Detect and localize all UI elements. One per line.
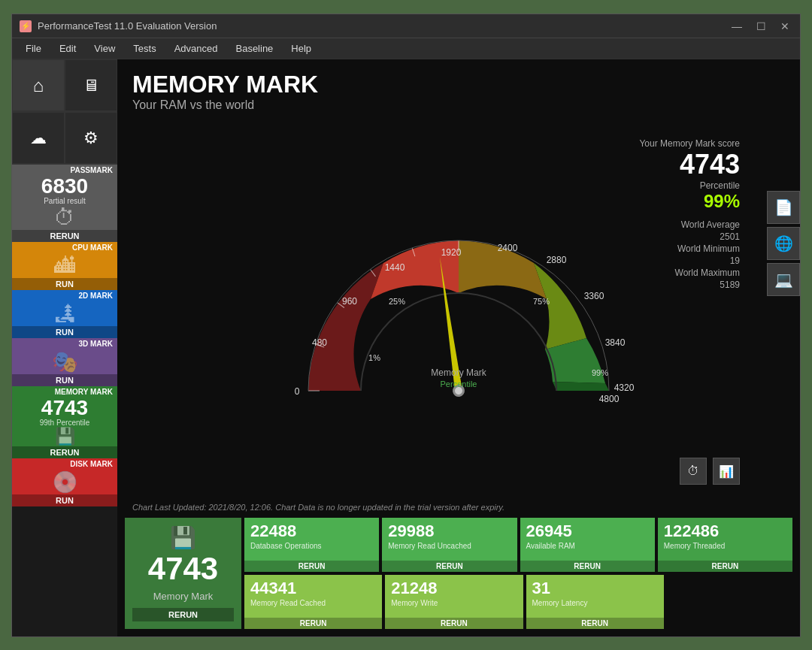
sidebar-card-memory[interactable]: MEMORY MARK 4743 99th Percentile 💾 RERUN bbox=[12, 386, 117, 458]
world-average-label: World Average bbox=[639, 219, 740, 230]
svg-text:1%: 1% bbox=[368, 353, 380, 362]
mem-threaded-label: Memory Threaded bbox=[664, 542, 786, 561]
window-title: PerformanceTest 11.0 Evaluation Version bbox=[38, 20, 729, 32]
result-main-rerun[interactable]: RERUN bbox=[132, 608, 234, 621]
mem-write-rerun[interactable]: RERUN bbox=[385, 618, 523, 629]
main-content: ⌂ 🖥 ☁ ⚙ PASSMARK 6830 Partial result bbox=[12, 59, 800, 636]
mem-latency-score: 31 bbox=[532, 579, 658, 597]
chart-notice: Chart Last Updated: 2021/8/20, 12:06. Ch… bbox=[117, 500, 800, 515]
memory-score: 4743 bbox=[12, 398, 117, 419]
result-tile-available-ram: 26945 Available RAM RERUN bbox=[520, 518, 655, 572]
menu-file[interactable]: File bbox=[18, 40, 49, 57]
db-ops-rerun[interactable]: RERUN bbox=[244, 561, 379, 572]
page-subtitle: Your RAM vs the world bbox=[132, 98, 785, 112]
passmark-subtitle: Partial result bbox=[12, 197, 117, 205]
mem-read-cached-rerun[interactable]: RERUN bbox=[244, 618, 382, 629]
cloud-button[interactable]: ☁ bbox=[12, 112, 65, 164]
result-tile-mem-latency: 31 Memory Latency RERUN bbox=[526, 575, 664, 629]
monitor-button[interactable]: 🖥 bbox=[65, 59, 117, 111]
memory-subtitle: 99th Percentile bbox=[12, 419, 117, 427]
menu-help[interactable]: Help bbox=[283, 40, 319, 57]
sidebar-card-disk[interactable]: DISK MARK 💿 RUN bbox=[12, 458, 117, 506]
mem-write-label: Memory Write bbox=[391, 599, 517, 618]
svg-text:4800: 4800 bbox=[599, 394, 620, 404]
db-ops-label: Database Operations bbox=[250, 542, 373, 561]
home-button[interactable]: ⌂ bbox=[12, 59, 65, 111]
mem-threaded-rerun[interactable]: RERUN bbox=[658, 561, 792, 572]
menu-baseline[interactable]: Baseline bbox=[228, 40, 280, 57]
sidebar-card-passmark[interactable]: PASSMARK 6830 Partial result ⏱ RERUN bbox=[12, 165, 117, 242]
mem-read-uncached-rerun[interactable]: RERUN bbox=[382, 561, 517, 572]
content-header: MEMORY MARK Your RAM vs the world bbox=[117, 59, 800, 116]
sidebar-top-icons: ⌂ 🖥 bbox=[12, 59, 117, 112]
disk-header: DISK MARK bbox=[12, 458, 117, 470]
result-main-icon: 💾 bbox=[170, 525, 196, 550]
result-main-tile: 💾 4743 Memory Mark RERUN bbox=[125, 518, 241, 629]
available-ram-score: 26945 bbox=[526, 522, 649, 540]
2d-run[interactable]: RUN bbox=[12, 326, 117, 338]
results-row-1: 22488 Database Operations RERUN 29988 Me… bbox=[244, 518, 792, 572]
svg-text:1920: 1920 bbox=[441, 247, 462, 258]
page-title: MEMORY MARK bbox=[132, 71, 785, 98]
home-icon: ⌂ bbox=[33, 75, 44, 96]
result-tile-mem-threaded: 122486 Memory Threaded RERUN bbox=[658, 518, 792, 572]
mem-latency-label: Memory Latency bbox=[532, 599, 658, 618]
menu-advanced[interactable]: Advanced bbox=[167, 40, 226, 57]
passmark-score: 6830 bbox=[12, 176, 117, 197]
sidebar-card-3d[interactable]: 3D MARK 🎭 RUN bbox=[12, 338, 117, 386]
title-bar: ⚡ PerformanceTest 11.0 Evaluation Versio… bbox=[12, 14, 800, 38]
content-area: MEMORY MARK Your RAM vs the world bbox=[117, 59, 800, 636]
speedometer-icon-button[interactable]: ⏱ bbox=[680, 458, 707, 485]
available-ram-label: Available RAM bbox=[526, 542, 649, 561]
main-window: ⚡ PerformanceTest 11.0 Evaluation Versio… bbox=[11, 14, 801, 637]
2d-icon: 🏞 bbox=[54, 301, 75, 326]
menu-view[interactable]: View bbox=[86, 40, 123, 57]
settings-button[interactable]: ⚙ bbox=[65, 112, 117, 164]
available-ram-rerun[interactable]: RERUN bbox=[520, 561, 655, 572]
bar-chart-icon: 📊 bbox=[719, 464, 734, 479]
percentile-label: Percentile bbox=[639, 180, 740, 191]
score-panel: Your Memory Mark score 4743 Percentile 9… bbox=[639, 138, 740, 292]
menu-edit[interactable]: Edit bbox=[52, 40, 83, 57]
chip-icon: 💻 bbox=[774, 271, 793, 289]
mem-read-cached-score: 44341 bbox=[250, 579, 376, 597]
close-button[interactable]: ✕ bbox=[777, 20, 792, 32]
svg-text:75%: 75% bbox=[533, 297, 550, 306]
app-icon: ⚡ bbox=[20, 20, 32, 32]
sidebar-mid-icons: ☁ ⚙ bbox=[12, 112, 117, 165]
mem-latency-rerun[interactable]: RERUN bbox=[526, 618, 664, 629]
3d-header: 3D MARK bbox=[12, 338, 117, 349]
disk-icon: 💿 bbox=[52, 470, 78, 494]
sidebar: ⌂ 🖥 ☁ ⚙ PASSMARK 6830 Partial result bbox=[12, 59, 117, 636]
world-minimum-label: World Minimum bbox=[639, 243, 740, 254]
world-maximum-value: 5189 bbox=[639, 280, 740, 290]
svg-text:480: 480 bbox=[312, 337, 327, 348]
world-icon-button[interactable]: 🌐 bbox=[767, 227, 800, 260]
result-main-label: Memory Mark bbox=[153, 591, 213, 602]
sidebar-card-2d[interactable]: 2D MARK 🏞 RUN bbox=[12, 290, 117, 338]
memory-icon: 💾 bbox=[55, 427, 75, 446]
memory-rerun[interactable]: RERUN bbox=[12, 446, 117, 458]
chart-icon-button[interactable]: 📊 bbox=[713, 458, 740, 485]
db-ops-score: 22488 bbox=[250, 522, 373, 540]
cloud-icon: ☁ bbox=[30, 128, 47, 148]
3d-icon: 🎭 bbox=[52, 349, 78, 374]
cpu-run[interactable]: RUN bbox=[12, 278, 117, 290]
world-minimum-value: 19 bbox=[639, 255, 740, 266]
side-icons: 📄 🌐 💻 bbox=[767, 191, 800, 296]
world-stats: World Average 2501 World Minimum 19 Worl… bbox=[639, 219, 740, 290]
passmark-rerun[interactable]: RERUN bbox=[12, 230, 117, 242]
disk-run[interactable]: RUN bbox=[12, 494, 117, 506]
3d-run[interactable]: RUN bbox=[12, 374, 117, 386]
hardware-icon-button[interactable]: 💻 bbox=[767, 263, 800, 296]
svg-text:4320: 4320 bbox=[614, 382, 635, 393]
percentile-value: 99% bbox=[639, 191, 740, 212]
svg-text:Memory Mark: Memory Mark bbox=[431, 367, 486, 378]
maximize-button[interactable]: ☐ bbox=[753, 20, 768, 32]
results-row-2: 44341 Memory Read Cached RERUN 21248 Mem… bbox=[244, 575, 792, 629]
minimize-button[interactable]: — bbox=[729, 20, 744, 32]
report-icon-button[interactable]: 📄 bbox=[767, 191, 800, 224]
menu-tests[interactable]: Tests bbox=[126, 40, 163, 57]
svg-text:Percentile: Percentile bbox=[441, 379, 477, 388]
sidebar-card-cpu[interactable]: CPU MARK 🏙 RUN bbox=[12, 242, 117, 290]
